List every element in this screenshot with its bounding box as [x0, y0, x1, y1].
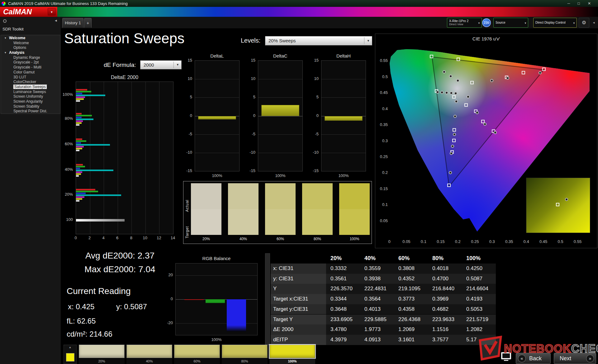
sidebar-item-label: Analysis — [9, 50, 24, 55]
column-header: 80% — [428, 253, 462, 264]
back-button[interactable]: « Back — [516, 353, 551, 364]
table-cell: 0.4682 — [428, 304, 462, 315]
cie-x-axis: 00.050.10.150.20.250.30.350.40.450.50.55 — [389, 239, 595, 244]
sidebar-item-color-gamut[interactable]: Color Gamut — [1, 70, 60, 75]
sidebar-item-screen-stability[interactable]: Screen Stability — [1, 104, 60, 109]
collapse-panel-icon[interactable]: ◂ — [590, 18, 597, 28]
close-button[interactable]: ✕ — [585, 0, 594, 7]
meter-name: X-Rite i1Pro 2 — [449, 19, 477, 23]
target-color — [228, 209, 259, 235]
next-button[interactable]: Next » — [554, 353, 596, 364]
deltal-chart — [195, 60, 240, 171]
levels-dropdown[interactable]: 20% Sweeps ▼ — [265, 36, 372, 45]
level-swatch-20[interactable] — [79, 345, 125, 358]
axis-tick-label: 14 — [169, 236, 177, 240]
axis-tick-label: 0 — [384, 239, 395, 244]
de-bar — [76, 138, 82, 140]
level-swatch-60[interactable] — [174, 345, 220, 358]
next-button-label: Next — [560, 353, 571, 364]
table-cell: 3.1601 — [394, 335, 428, 345]
table-row: dEITP4.39794.09133.16013.75775.17 — [271, 335, 496, 345]
spectrum-banner — [0, 7, 598, 17]
sidebar-item-colorchecker[interactable]: ColorChecker — [1, 80, 60, 85]
gridline — [104, 82, 104, 234]
table-cell: 0.3332 — [326, 264, 360, 274]
sidebar-item-screen-uniformity[interactable]: Screen Uniformity — [1, 94, 60, 99]
sidebar-collapse-icon[interactable]: ◂ — [55, 18, 57, 23]
table-row: y: CIE310.35610.39380.43520.47000.5087 — [271, 274, 496, 284]
sidebar-item-label: Screen Stability — [13, 104, 39, 109]
target-row-label: Target — [185, 213, 189, 238]
deltac-x-label: 100% — [258, 173, 303, 178]
level-swatch-80[interactable] — [222, 345, 268, 358]
sidebar-item-grayscale-multi[interactable]: Grayscale - Multi — [1, 65, 60, 70]
axis-tick-label: 5 — [245, 95, 255, 99]
up-arrow-icon[interactable]: ▲ — [64, 346, 76, 349]
table-cell: 222.4831 — [360, 284, 394, 294]
pattern-count-badge[interactable]: 239 — [482, 18, 491, 27]
sidebar-item-spectral-power-dist-[interactable]: Spectral Power Dist. — [1, 109, 60, 114]
de-bar — [76, 189, 95, 190]
cie-target-marker — [457, 58, 460, 61]
sidebar-item-saturation-sweeps[interactable]: Saturation Sweeps — [1, 85, 60, 90]
maximize-button[interactable]: □ — [574, 0, 583, 7]
axis-tick-label: 0.15 — [375, 186, 388, 191]
logo-menu-button[interactable]: ▼ — [48, 8, 56, 16]
cie-target-marker — [522, 71, 525, 74]
row-label: ΔE 2000 — [271, 324, 326, 335]
calman-logo: CalMAN ▼ — [0, 7, 57, 17]
level-swatch-40[interactable] — [126, 345, 172, 358]
axis-tick-label: -20 — [162, 320, 173, 325]
next-chevrons-icon: » — [586, 355, 594, 362]
sidebar-item-luminance-sweeps[interactable]: Luminance Sweeps — [1, 90, 60, 95]
gridline — [258, 153, 302, 153]
de-formula-dropdown[interactable]: 2000 ▼ — [140, 60, 182, 69]
cie-measured-marker — [467, 95, 470, 98]
tab-history-1[interactable]: History 1 — [62, 18, 83, 28]
de-bar — [76, 173, 81, 175]
level-swatch-100[interactable] — [269, 345, 315, 358]
sidebar-item-grayscale-2pt[interactable]: Grayscale - 2pt — [1, 60, 60, 65]
sidebar-item-screen-angularity[interactable]: Screen Angularity — [1, 99, 60, 104]
cie-measured-marker — [436, 91, 439, 94]
sidebar-item-analysis[interactable]: ▾Analysis — [1, 50, 60, 55]
gridline — [195, 97, 239, 98]
sidebar-item-options[interactable]: Options — [1, 45, 60, 50]
table-row: Target y:CIE310.36480.40130.43580.46820.… — [271, 304, 496, 315]
blue-channel-bar — [227, 299, 246, 332]
sidebar-item-dynamic-range[interactable]: Dynamic Range — [1, 55, 60, 60]
source-dropdown[interactable]: Source ▼ — [493, 18, 528, 28]
display-icon[interactable] — [500, 351, 512, 363]
de-bar — [76, 91, 91, 92]
gridline — [321, 134, 366, 135]
axis-tick-label: 0.1 — [418, 239, 429, 244]
cie-target-marker — [453, 128, 456, 132]
axis-tick-label: -5 — [182, 132, 192, 136]
table-cell: 1.2082 — [462, 324, 496, 335]
delta-bar — [198, 116, 236, 120]
row-label: y: CIE31 — [271, 274, 326, 284]
workflow-icon — [3, 19, 7, 23]
display-control-dropdown[interactable]: Direct Display Control ▼ — [533, 18, 577, 28]
gridline — [176, 275, 257, 276]
meter-dropdown[interactable]: X-Rite i1Pro 2 Direct View ▼ — [447, 18, 482, 28]
minimize-button[interactable]: ─ — [564, 0, 573, 7]
gridline — [145, 82, 146, 234]
de-bar — [76, 142, 81, 144]
table-row: Y226.3570222.4831219.1095216.8440214.660… — [271, 284, 496, 294]
gridline — [321, 153, 366, 153]
sidebar-item-3d-lut[interactable]: 3D LUT — [1, 75, 60, 80]
cie-measured-marker — [539, 71, 542, 74]
sidebar-item-label: Screen Angularity — [13, 99, 43, 104]
add-tab-button[interactable]: + — [84, 18, 92, 28]
cie-target-marker — [452, 95, 456, 99]
table-cell: 226.3570 — [326, 284, 360, 294]
de-bar — [76, 194, 121, 196]
actual-color — [228, 183, 259, 209]
chevron-down-icon: ▼ — [367, 36, 370, 45]
axis-tick-label: -10 — [308, 150, 319, 155]
gear-icon[interactable]: ⚙ — [579, 18, 589, 28]
axis-tick-label: 100 — [57, 217, 73, 222]
sidebar-item-welcome[interactable]: Welcome — [1, 41, 60, 46]
sidebar-item-welcome[interactable]: ▾Welcome — [1, 36, 60, 41]
